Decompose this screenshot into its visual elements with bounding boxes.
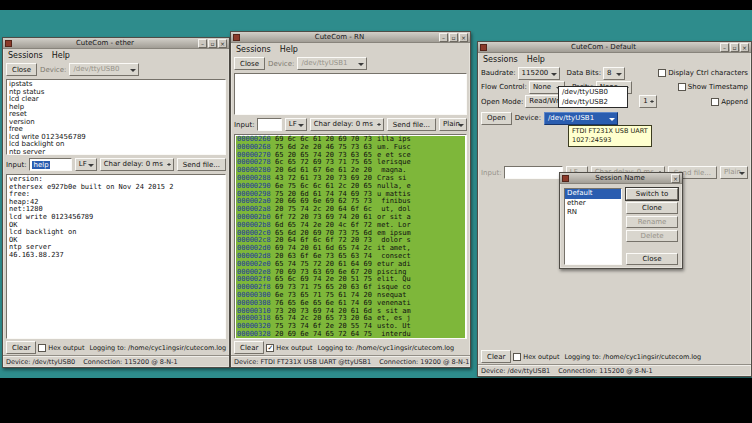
status-connection: Connection: 19200 @ 8-N-1: [379, 358, 469, 366]
hex-output-checkbox[interactable]: [266, 344, 274, 352]
history-item[interactable]: lcd clear: [9, 96, 223, 104]
close-window-button[interactable]: ×: [671, 174, 680, 183]
close-window-button[interactable]: ×: [740, 43, 749, 52]
command-history-list[interactable]: [234, 73, 467, 115]
output-line: lcd write 0123456789: [9, 214, 223, 222]
logging-to-label[interactable]: Logging to: /home/cyc1ingsir/cutecom.log: [564, 353, 701, 361]
menu-sessions[interactable]: Sessions: [483, 54, 518, 65]
display-ctrl-checkbox[interactable]: [658, 69, 666, 77]
input-field[interactable]: [257, 118, 281, 131]
hex-output-checkbox[interactable]: [38, 344, 46, 352]
send-file-button[interactable]: Send file...: [387, 118, 436, 131]
device-combo[interactable]: /dev/ttyUSB0: [69, 63, 139, 76]
input-selected-text: help: [32, 161, 49, 169]
input-label: Input:: [6, 161, 26, 169]
input-field[interactable]: help: [29, 158, 71, 171]
minimize-button[interactable]: –: [720, 43, 729, 52]
dialog-button[interactable]: Rename: [626, 216, 678, 228]
history-item[interactable]: ntp server: [9, 149, 223, 156]
terminal-output[interactable]: version:ethersex e927b0e built on Nov 24…: [6, 174, 226, 339]
clear-button[interactable]: Clear: [234, 341, 264, 354]
history-item[interactable]: help: [9, 104, 223, 112]
device-dropdown-list[interactable]: /dev/ttyUSB0/dev/ttyUSB2: [558, 86, 628, 108]
databits-label: Data Bits:: [567, 69, 601, 77]
menu-sessions[interactable]: Sessions: [8, 50, 43, 61]
dialog-buttons: Switch toCloneRenameDeleteClose: [626, 188, 678, 265]
baudrate-combo[interactable]: 115200: [518, 67, 560, 80]
session-list[interactable]: DefaultetherRN: [564, 188, 622, 265]
session-list-item[interactable]: ether: [565, 199, 621, 209]
app-icon: [5, 40, 12, 47]
titlebar[interactable]: CuteCom - RN – ▫ ×: [231, 32, 470, 43]
status-bar: Device: FTDI FT231X USB UART @ttyUSB1 Co…: [231, 355, 470, 367]
status-bar: Device: /dev/ttyUSB0 Connection: 115200 …: [3, 355, 229, 367]
hex-output-area[interactable]: 00000260 69 6c 6c 61 20 69 70 73 illa ip…: [234, 134, 467, 339]
app-icon: [233, 34, 240, 41]
append-label: Append: [721, 98, 748, 106]
clear-button[interactable]: Clear: [6, 341, 36, 354]
append-checkbox[interactable]: [711, 98, 719, 106]
tooltip-line-1: FTDI FT231X USB UART: [572, 127, 648, 136]
app-icon: [562, 175, 569, 182]
menu-help[interactable]: Help: [527, 54, 545, 65]
input-field[interactable]: [504, 166, 562, 179]
char-delay-spinner[interactable]: Char delay: 0 ms: [100, 158, 174, 171]
logging-to-label[interactable]: Logging to: /home/cyc1ingsir/cutecom.log: [89, 344, 226, 352]
input-label: Input:: [234, 121, 254, 129]
close-window-button[interactable]: ×: [459, 33, 468, 42]
titlebar[interactable]: CuteCom - ether – ▫ ×: [3, 38, 229, 49]
device-label: Device:: [515, 114, 541, 122]
device-combo-selected[interactable]: /dev/ttyUSB1: [544, 112, 618, 125]
dialog-button[interactable]: Clone: [626, 202, 678, 214]
display-ctrl-label: Display Ctrl characters: [668, 69, 748, 77]
dialog-title: Session Name: [571, 174, 669, 183]
open-connection-button[interactable]: Open: [481, 112, 512, 125]
window-cutecom-rn: CuteCom - RN – ▫ × Sessions Help Close D…: [230, 31, 471, 368]
send-file-button[interactable]: Send file...: [177, 158, 226, 171]
device-dropdown-item[interactable]: /dev/ttyUSB2: [559, 97, 627, 107]
device-dropdown-item[interactable]: /dev/ttyUSB0: [559, 87, 627, 97]
format-combo[interactable]: Plain: [720, 166, 748, 179]
dialog-button[interactable]: Switch to: [626, 188, 678, 200]
session-list-item[interactable]: RN: [565, 208, 621, 218]
window-title: CuteCom - RN: [242, 33, 437, 42]
session-list-item[interactable]: Default: [565, 189, 621, 199]
clear-button[interactable]: Clear: [481, 350, 511, 363]
history-item[interactable]: ntp status: [9, 89, 223, 97]
open-device-row: Open Device: /dev/ttyUSB1: [478, 110, 751, 126]
menu-help[interactable]: Help: [280, 44, 298, 55]
hex-output-checkbox[interactable]: [513, 353, 521, 361]
databits-combo[interactable]: 8: [603, 67, 625, 80]
history-item[interactable]: reset: [9, 111, 223, 119]
stop-bits-spinner[interactable]: 1: [639, 95, 657, 108]
device-tooltip: FTDI FT231X USB UART 1027:24593: [568, 125, 652, 147]
line-end-combo[interactable]: LF: [285, 118, 307, 131]
history-item[interactable]: version: [9, 119, 223, 127]
menu-help[interactable]: Help: [52, 50, 70, 61]
command-history-list[interactable]: ipstatsntp statuslcd clearhelpresetversi…: [6, 79, 226, 155]
close-window-button[interactable]: ×: [218, 39, 227, 48]
maximize-button[interactable]: ▫: [730, 43, 739, 52]
hex-output-label: Hex output: [48, 344, 84, 352]
minimize-button[interactable]: –: [439, 33, 448, 42]
menu-sessions[interactable]: Sessions: [236, 44, 271, 55]
dialog-button[interactable]: Close: [626, 253, 678, 265]
device-label: Device:: [268, 60, 294, 68]
device-combo[interactable]: /dev/ttyUSB1: [297, 57, 367, 70]
dialog-titlebar[interactable]: Session Name ×: [560, 173, 682, 184]
logging-to-label[interactable]: Logging to: /home/cyc1ingsir/cutecom.log: [317, 344, 454, 352]
line-end-combo[interactable]: LF: [75, 158, 97, 171]
maximize-button[interactable]: ▫: [208, 39, 217, 48]
maximize-button[interactable]: ▫: [449, 33, 458, 42]
titlebar[interactable]: CuteCom - Default – ▫ ×: [478, 42, 751, 53]
minimize-button[interactable]: –: [198, 39, 207, 48]
char-delay-spinner[interactable]: Char delay: 0 ms: [310, 118, 384, 131]
dialog-button[interactable]: Delete: [626, 230, 678, 242]
status-connection: Connection: 115200 @ 8-N-1: [558, 367, 652, 375]
close-connection-button[interactable]: Close: [6, 63, 37, 76]
format-combo[interactable]: Plain: [439, 118, 467, 131]
close-connection-button[interactable]: Close: [234, 57, 265, 70]
screen: CuteCom - ether – ▫ × Sessions Help Clos…: [0, 0, 752, 423]
show-timestamp-checkbox[interactable]: [678, 83, 686, 91]
status-connection: Connection: 115200 @ 8-N-1: [83, 358, 177, 366]
